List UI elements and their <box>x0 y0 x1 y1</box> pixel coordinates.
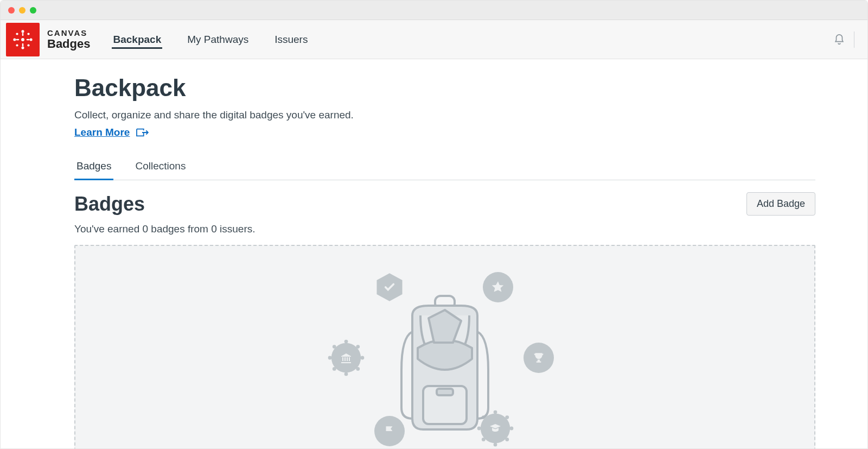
institution-badge-icon <box>331 343 361 373</box>
svg-point-18 <box>356 367 360 371</box>
svg-point-19 <box>344 372 348 376</box>
svg-rect-6 <box>16 39 19 40</box>
nav-backpack[interactable]: Backpack <box>112 30 162 49</box>
notifications-icon[interactable] <box>833 34 845 46</box>
svg-rect-34 <box>437 389 453 395</box>
backpack-icon <box>391 294 499 435</box>
svg-point-10 <box>27 33 29 35</box>
window-titlebar <box>1 1 867 20</box>
tab-badges[interactable]: Badges <box>74 155 113 180</box>
svg-point-9 <box>16 33 18 35</box>
trophy-badge-icon <box>524 343 554 373</box>
svg-point-29 <box>482 438 486 441</box>
nav-items: Backpack My Pathways Issuers <box>112 20 309 59</box>
app-logo[interactable] <box>6 23 40 56</box>
learn-more-link[interactable]: Learn More <box>74 127 130 138</box>
add-badge-button[interactable]: Add Badge <box>746 192 815 216</box>
nav-issuers[interactable]: Issuers <box>273 30 309 49</box>
window-close-icon[interactable] <box>8 7 15 14</box>
brand-line1: CANVAS <box>47 29 90 37</box>
sub-tabs: Badges Collections <box>74 155 815 180</box>
svg-point-17 <box>361 356 365 360</box>
top-nav: CANVAS Badges Backpack My Pathways Issue… <box>1 20 867 59</box>
page-title: Backpack <box>74 74 815 102</box>
brand-line2: Badges <box>47 37 90 50</box>
svg-point-11 <box>16 44 18 46</box>
svg-point-5 <box>13 38 16 41</box>
page-subtitle: Collect, organize and share the digital … <box>74 109 815 121</box>
svg-point-28 <box>494 443 497 447</box>
nav-right <box>833 31 854 48</box>
svg-point-22 <box>333 345 336 349</box>
window-maximize-icon[interactable] <box>30 7 36 14</box>
svg-point-16 <box>356 345 360 349</box>
svg-point-21 <box>328 356 332 360</box>
svg-point-26 <box>510 427 514 431</box>
svg-point-1 <box>21 30 24 33</box>
svg-point-7 <box>30 38 33 41</box>
svg-point-20 <box>333 367 336 371</box>
svg-rect-8 <box>27 39 30 40</box>
empty-illustration <box>331 272 559 448</box>
empty-state-panel <box>74 245 815 448</box>
nav-divider <box>854 31 854 48</box>
canvas-logo-icon <box>11 28 34 51</box>
brand-text: CANVAS Badges <box>47 29 90 50</box>
svg-point-25 <box>505 415 509 419</box>
svg-rect-2 <box>22 33 24 36</box>
external-link-icon <box>135 127 149 138</box>
tab-collections[interactable]: Collections <box>133 155 188 180</box>
svg-point-12 <box>27 44 29 46</box>
svg-rect-4 <box>22 43 24 46</box>
nav-my-pathways[interactable]: My Pathways <box>186 30 250 49</box>
svg-point-0 <box>21 38 24 41</box>
window-minimize-icon[interactable] <box>19 7 25 14</box>
app-window: CANVAS Badges Backpack My Pathways Issue… <box>0 0 868 449</box>
page-content: Backpack Collect, organize and share the… <box>1 59 867 448</box>
learn-more-row: Learn More <box>74 127 815 138</box>
svg-point-27 <box>505 438 509 441</box>
svg-point-15 <box>344 340 348 344</box>
section-header: Badges Add Badge <box>74 192 815 216</box>
section-title: Badges <box>74 193 145 216</box>
earned-summary: You've earned 0 badges from 0 issuers. <box>74 223 815 235</box>
svg-point-3 <box>21 46 24 49</box>
